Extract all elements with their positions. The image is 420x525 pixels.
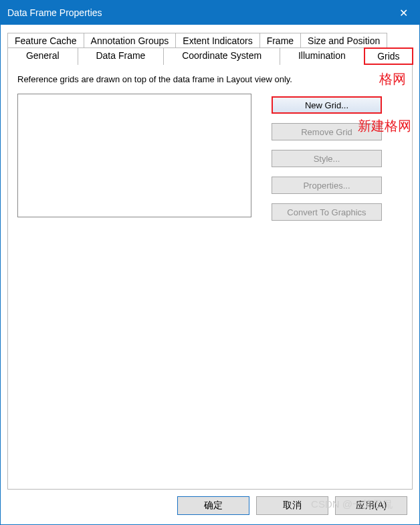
ok-button[interactable]: 确定 [177, 496, 249, 515]
button-column: New Grid... Remove Grid Style... Propert… [272, 96, 382, 221]
tab-panel-grids: Reference grids are drawn on top of the … [7, 64, 413, 490]
tab-data-frame[interactable]: Data Frame [78, 47, 165, 65]
tab-grids[interactable]: Grids [364, 47, 413, 65]
close-button[interactable]: ✕ [387, 1, 419, 25]
tab-illumination[interactable]: Illumination [280, 47, 364, 65]
convert-to-graphics-button: Convert To Graphics [272, 203, 382, 221]
grid-listbox[interactable] [17, 94, 251, 217]
dialog-footer: 确定 取消 应用(A) [7, 490, 413, 520]
close-icon: ✕ [399, 7, 408, 19]
panel-description: Reference grids are drawn on top of the … [17, 74, 403, 84]
tab-extent-indicators[interactable]: Extent Indicators [175, 33, 259, 48]
cancel-button[interactable]: 取消 [256, 496, 328, 515]
tab-annotation-groups[interactable]: Annotation Groups [84, 33, 177, 48]
window-title: Data Frame Properties [7, 7, 102, 18]
dialog-content: Feature Cache Annotation Groups Extent I… [1, 25, 419, 524]
tab-strip: Feature Cache Annotation Groups Extent I… [7, 33, 413, 64]
tab-size-position[interactable]: Size and Position [300, 33, 387, 48]
annotation-new-grid: 新建格网 [358, 117, 411, 135]
new-grid-button[interactable]: New Grid... [272, 96, 382, 114]
apply-button[interactable]: 应用(A) [335, 496, 407, 515]
annotation-grids: 格网 [379, 70, 406, 88]
properties-button: Properties... [272, 177, 382, 194]
tab-frame[interactable]: Frame [259, 33, 301, 48]
titlebar: Data Frame Properties ✕ [1, 1, 419, 25]
tab-coordinate-system[interactable]: Coordinate System [163, 47, 280, 65]
panel-body: New Grid... Remove Grid Style... Propert… [17, 94, 403, 221]
style-button: Style... [272, 150, 382, 167]
tab-general[interactable]: General [7, 47, 78, 65]
dialog-window: Data Frame Properties ✕ Feature Cache An… [0, 0, 420, 525]
tab-feature-cache[interactable]: Feature Cache [7, 33, 84, 48]
